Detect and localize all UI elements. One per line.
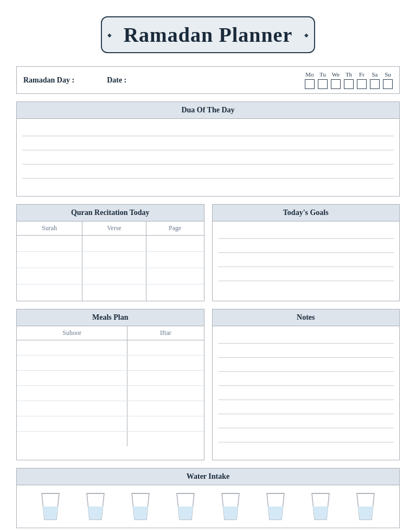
meals-cell — [17, 401, 127, 416]
water-section: Water Intake — [16, 468, 400, 528]
quran-cell — [146, 284, 204, 301]
notes-line — [218, 386, 394, 400]
meals-cell — [127, 340, 204, 355]
quran-cell — [146, 268, 204, 284]
quran-row — [17, 236, 204, 252]
day-label-fr: Fr — [357, 71, 367, 78]
water-cup[interactable] — [217, 491, 244, 522]
meals-col-iftar: Iftar — [127, 326, 204, 340]
quran-col-page: Page — [146, 221, 204, 236]
dua-line — [22, 150, 394, 164]
goals-line — [218, 281, 394, 295]
quran-row — [17, 284, 204, 301]
water-cup[interactable] — [127, 491, 154, 522]
quran-cell — [82, 236, 146, 252]
notes-line — [218, 442, 394, 457]
meals-cell — [17, 431, 127, 446]
notes-line — [218, 372, 394, 386]
day-label-we: We — [331, 71, 341, 78]
notes-lines — [213, 326, 400, 460]
meals-row — [17, 370, 204, 385]
water-cup[interactable] — [172, 491, 199, 522]
svg-marker-10 — [178, 506, 193, 520]
water-cups — [17, 485, 399, 528]
quran-col-surah: Surah — [17, 221, 82, 236]
meals-cell — [127, 385, 204, 401]
quran-section: Quran Recitation Today SurahVersePage — [16, 204, 204, 301]
meals-table: SuhoorIftar — [17, 326, 204, 447]
day-checkbox-fr[interactable] — [357, 79, 367, 89]
dua-line — [22, 136, 394, 150]
quran-goals-row: Quran Recitation Today SurahVersePage To… — [16, 204, 400, 301]
meals-cell — [17, 355, 127, 370]
notes-line — [218, 358, 394, 372]
main-title: Ramadan Planner — [124, 23, 293, 46]
meals-row — [17, 401, 204, 416]
quran-cell — [17, 284, 82, 301]
quran-cell — [146, 252, 204, 268]
svg-marker-13 — [223, 506, 238, 520]
day-checkbox-su[interactable] — [383, 79, 393, 89]
quran-col-verse: Verse — [82, 221, 146, 236]
dua-section: Dua Of The Day — [16, 102, 400, 197]
water-cup[interactable] — [307, 491, 334, 522]
info-bar-left: Ramadan Day : Date : — [23, 76, 305, 85]
quran-cell — [17, 268, 82, 284]
meals-cell — [17, 385, 127, 401]
meals-cell — [127, 355, 204, 370]
svg-marker-19 — [313, 506, 328, 520]
dua-line — [22, 164, 394, 179]
dua-header: Dua Of The Day — [17, 102, 399, 119]
page-header: Ramadan Planner — [16, 16, 400, 53]
meals-row — [17, 416, 204, 431]
notes-line — [218, 344, 394, 358]
day-checkboxes: MoTuWeThFrSaSu — [305, 71, 393, 89]
quran-table: SurahVersePage — [17, 221, 204, 301]
info-bar: Ramadan Day : Date : MoTuWeThFrSaSu — [16, 66, 400, 94]
svg-marker-1 — [43, 506, 58, 520]
water-cup[interactable] — [82, 491, 109, 522]
day-checkbox-th[interactable] — [344, 79, 354, 89]
svg-marker-4 — [88, 506, 103, 520]
day-label-sa: Sa — [370, 71, 380, 78]
quran-cell — [82, 268, 146, 284]
notes-header: Notes — [213, 309, 400, 326]
meals-section: Meals Plan SuhoorIftar — [16, 309, 204, 460]
day-label-su: Su — [383, 71, 393, 78]
day-checkbox-we[interactable] — [331, 79, 341, 89]
ramadan-day-label: Ramadan Day : — [23, 76, 74, 85]
meals-cell — [17, 416, 127, 431]
goals-line — [218, 267, 394, 281]
meals-row — [17, 355, 204, 370]
quran-cell — [146, 236, 204, 252]
water-cup[interactable] — [37, 491, 64, 522]
svg-marker-7 — [133, 506, 148, 520]
dua-line — [22, 179, 394, 193]
date-label: Date : — [107, 76, 126, 85]
meals-cell — [17, 340, 127, 355]
notes-line — [218, 414, 394, 428]
goals-line — [218, 225, 394, 239]
meals-cell — [127, 370, 204, 385]
dua-line — [22, 122, 394, 136]
water-cup[interactable] — [352, 491, 379, 522]
day-checkbox-mo[interactable] — [305, 79, 315, 89]
water-header: Water Intake — [17, 468, 399, 485]
notes-line — [218, 400, 394, 414]
notes-line — [218, 428, 394, 442]
quran-cell — [82, 252, 146, 268]
day-checkbox-sa[interactable] — [370, 79, 380, 89]
meals-cell — [17, 370, 127, 385]
meals-notes-row: Meals Plan SuhoorIftar Notes — [16, 309, 400, 460]
day-checkbox-tu[interactable] — [318, 79, 328, 89]
goals-line — [218, 239, 394, 253]
meals-row — [17, 431, 204, 446]
dua-lines — [17, 119, 399, 196]
svg-marker-22 — [358, 506, 373, 520]
title-badge: Ramadan Planner — [101, 16, 316, 53]
meals-cell — [127, 401, 204, 416]
water-cup[interactable] — [262, 491, 289, 522]
meals-row — [17, 340, 204, 355]
day-labels: MoTuWeThFrSaSu — [305, 71, 393, 78]
meals-cell — [127, 416, 204, 431]
